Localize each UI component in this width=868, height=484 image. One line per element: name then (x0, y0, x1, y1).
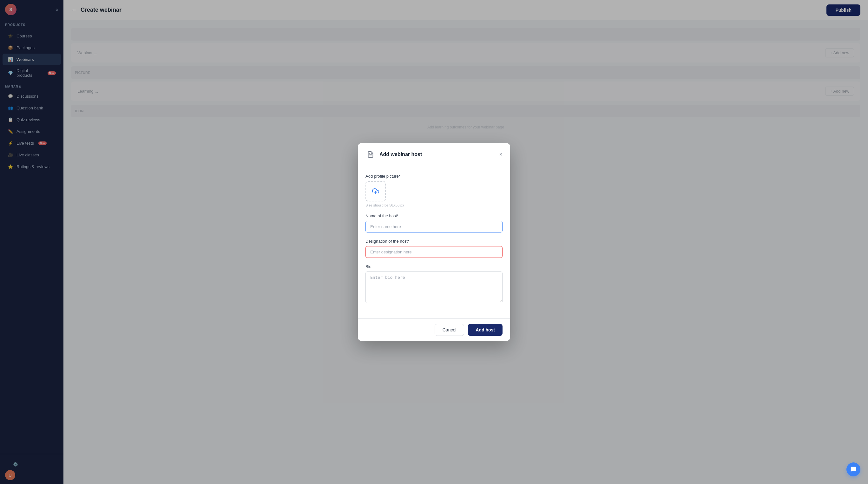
modal-title: Add webinar host (379, 152, 422, 157)
host-bio-group: Bio (366, 264, 502, 304)
profile-picture-upload[interactable] (366, 181, 386, 201)
upload-size-hint: Size should be 56X56 px (366, 203, 502, 207)
chat-support-bubble[interactable] (846, 462, 860, 476)
host-name-label: Name of the host* (366, 214, 502, 218)
modal-close-button[interactable]: × (499, 151, 502, 158)
host-designation-input[interactable] (366, 246, 502, 258)
host-designation-label: Designation of the host* (366, 239, 502, 244)
modal-overlay[interactable]: Add webinar host × Add profile picture* (63, 0, 868, 484)
host-bio-textarea[interactable] (366, 271, 502, 303)
host-name-input[interactable] (366, 221, 502, 232)
profile-picture-group: Add profile picture* Size should be 56X5… (366, 174, 502, 207)
host-bio-label: Bio (366, 264, 502, 269)
profile-picture-label: Add profile picture* (366, 174, 502, 179)
modal-body: Add profile picture* Size should be 56X5… (358, 166, 510, 318)
host-name-group: Name of the host* (366, 214, 502, 232)
modal-header-left: Add webinar host (366, 150, 422, 160)
main-area: ← Create webinar Publish Webinar ... + A… (63, 0, 868, 484)
modal-footer: Cancel Add host (358, 318, 510, 341)
modal-header: Add webinar host × (358, 143, 510, 166)
add-webinar-host-modal: Add webinar host × Add profile picture* (358, 143, 510, 341)
modal-document-icon (366, 150, 376, 160)
host-designation-group: Designation of the host* (366, 239, 502, 258)
cancel-button[interactable]: Cancel (435, 324, 464, 336)
add-host-button[interactable]: Add host (468, 324, 502, 336)
